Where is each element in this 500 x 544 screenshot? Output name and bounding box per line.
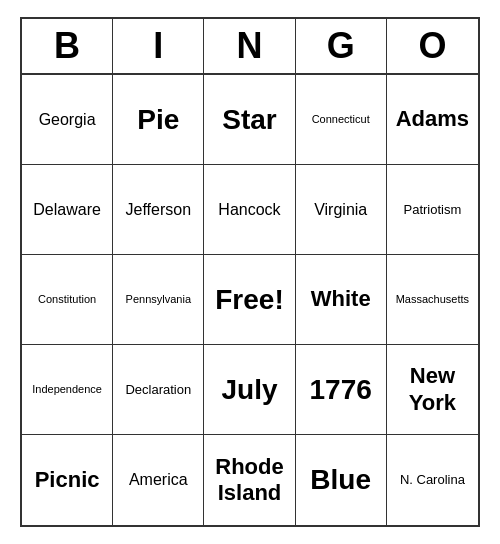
header-letter: I	[113, 19, 204, 73]
bingo-cell: Adams	[387, 75, 478, 165]
bingo-cell: Constitution	[22, 255, 113, 345]
bingo-cell: White	[296, 255, 387, 345]
bingo-card: BINGO GeorgiaPieStarConnecticutAdamsDela…	[20, 17, 480, 527]
bingo-cell: 1776	[296, 345, 387, 435]
bingo-cell: Star	[204, 75, 295, 165]
header-letter: B	[22, 19, 113, 73]
bingo-cell: Pie	[113, 75, 204, 165]
header-letter: N	[204, 19, 295, 73]
bingo-cell: Rhode Island	[204, 435, 295, 525]
bingo-cell: Declaration	[113, 345, 204, 435]
bingo-cell: Independence	[22, 345, 113, 435]
bingo-cell: Connecticut	[296, 75, 387, 165]
bingo-cell: Patriotism	[387, 165, 478, 255]
bingo-cell: Delaware	[22, 165, 113, 255]
bingo-cell: Picnic	[22, 435, 113, 525]
bingo-cell: Pennsylvania	[113, 255, 204, 345]
bingo-cell: N. Carolina	[387, 435, 478, 525]
bingo-cell: Free!	[204, 255, 295, 345]
bingo-cell: July	[204, 345, 295, 435]
bingo-cell: America	[113, 435, 204, 525]
bingo-cell: Jefferson	[113, 165, 204, 255]
bingo-grid: GeorgiaPieStarConnecticutAdamsDelawareJe…	[22, 75, 478, 525]
bingo-cell: Virginia	[296, 165, 387, 255]
bingo-cell: New York	[387, 345, 478, 435]
bingo-cell: Georgia	[22, 75, 113, 165]
bingo-cell: Blue	[296, 435, 387, 525]
bingo-cell: Hancock	[204, 165, 295, 255]
bingo-cell: Massachusetts	[387, 255, 478, 345]
bingo-header: BINGO	[22, 19, 478, 75]
header-letter: O	[387, 19, 478, 73]
header-letter: G	[296, 19, 387, 73]
